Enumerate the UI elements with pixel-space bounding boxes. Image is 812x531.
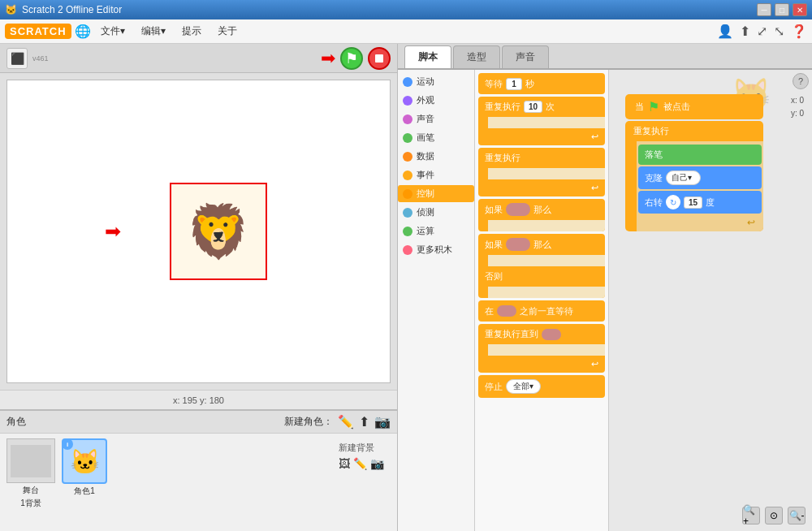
minimize-button[interactable]: ─ <box>757 3 771 16</box>
coords-bar: x: 195 y: 180 <box>0 390 397 409</box>
zoom-in-button[interactable]: 🔍+ <box>742 507 760 525</box>
blocks-palette: 等待 1 秒 重复执行 10 次 ↩ 重复执 <box>475 70 609 531</box>
zoom-out-button[interactable]: 🔍- <box>788 507 806 525</box>
upload-sprite-button[interactable]: ⬆ <box>359 414 369 430</box>
cat-dot-control <box>403 189 412 199</box>
flag-icon: ⚑ <box>345 50 358 67</box>
cat-control[interactable]: 控制 <box>398 185 474 202</box>
block-stop-dropdown[interactable]: 全部▾ <box>506 379 541 394</box>
block-repeat-until-top: 重复执行直到 <box>478 324 605 344</box>
camera-bg-button[interactable]: 📷 <box>370 457 384 470</box>
reset-zoom-button[interactable]: ⊙ <box>765 507 783 525</box>
block-wait-text: 等待 <box>485 78 503 90</box>
cat-looks[interactable]: 外观 <box>398 92 474 109</box>
scratch-logo: SCRATCH <box>5 24 71 39</box>
cat-label-control: 控制 <box>417 188 434 200</box>
when-text: 当 <box>635 101 644 113</box>
menubar: SCRATCH 🌐 文件▾ 编辑▾ 提示 关于 👤 ⬆ ⤢ ⤡ ❓ <box>0 19 812 44</box>
cat-sensing[interactable]: 侦测 <box>398 204 474 221</box>
cat-motion[interactable]: 运动 <box>398 73 474 90</box>
close-button[interactable]: ✕ <box>793 3 807 16</box>
sblock-pen-down[interactable]: 落笔 <box>638 145 762 165</box>
stage-toolbar-right: ➡ ⚑ <box>321 47 391 70</box>
block-if-else-body1 <box>488 255 605 266</box>
block-wait-until[interactable]: 在 之前一直等待 <box>478 300 605 322</box>
cat-label-operators: 运算 <box>417 225 434 237</box>
block-stop[interactable]: 停止 全部▾ <box>478 375 605 398</box>
cat-operators[interactable]: 运算 <box>398 222 474 240</box>
menu-about[interactable]: 关于 <box>211 22 244 41</box>
cat-more[interactable]: 更多积木 <box>398 241 474 258</box>
turn-input[interactable]: 15 <box>684 196 702 209</box>
stage-view-button[interactable]: ⬛ <box>6 48 28 69</box>
upload-icon[interactable]: ⬆ <box>740 24 750 39</box>
maximize-button[interactable]: □ <box>775 3 789 16</box>
titlebar: 🐱 Scratch 2 Offline Editor ─ □ ✕ <box>0 0 812 19</box>
green-flag-button[interactable]: ⚑ <box>340 47 363 70</box>
account-icon[interactable]: 👤 <box>717 24 733 39</box>
sblock-when-flag[interactable]: 当 ⚑ 被点击 <box>625 94 763 119</box>
block-wait[interactable]: 等待 1 秒 <box>478 73 605 94</box>
stage-thumbnail-container: 舞台 1背景 <box>6 438 55 509</box>
menu-file[interactable]: 文件▾ <box>94 22 132 41</box>
globe-icon[interactable]: 🌐 <box>75 24 91 39</box>
expand-icon[interactable]: ⤢ <box>757 24 767 39</box>
tab-costume[interactable]: 造型 <box>453 45 500 68</box>
y-coord: y: 0 <box>791 107 804 120</box>
paint-bg-button[interactable]: 🖼 <box>339 457 350 470</box>
cat-dot-operators <box>403 227 412 236</box>
upload-bg-button[interactable]: ✏️ <box>353 457 367 470</box>
cat-pen[interactable]: 画笔 <box>398 129 474 146</box>
version-label: v461 <box>32 54 49 63</box>
camera-sprite-button[interactable]: 📷 <box>374 414 391 430</box>
cat-dot-sound <box>403 114 412 124</box>
shrink-icon[interactable]: ⤡ <box>774 24 784 39</box>
help-button[interactable]: ? <box>793 73 809 89</box>
cat-data[interactable]: 数据 <box>398 148 474 165</box>
sprites-title: 角色 <box>6 415 26 429</box>
block-repeat10[interactable]: 重复执行 10 次 ↩ <box>478 97 605 145</box>
cat-label-pen: 画笔 <box>417 132 434 144</box>
script-coords: x: 0 y: 0 <box>791 94 804 120</box>
pen-text: 落笔 <box>645 149 663 161</box>
block-wait-input[interactable]: 1 <box>506 78 522 90</box>
sblock-repeat[interactable]: 重复执行 落笔 克隆 自己▾ <box>625 121 763 231</box>
sblock-turn[interactable]: 右转 ↻ 15 度 <box>638 191 762 214</box>
sblock-clone[interactable]: 克隆 自己▾ <box>638 166 762 189</box>
block-repeat10-top: 重复执行 10 次 <box>478 97 605 117</box>
block-forever[interactable]: 重复执行 ↩ <box>478 148 605 196</box>
cat-events[interactable]: 事件 <box>398 166 474 183</box>
clone-text: 克隆 <box>645 172 663 184</box>
block-if[interactable]: 如果 那么 <box>478 199 605 231</box>
stage-area[interactable]: 🦁 ➡ <box>6 80 391 383</box>
cat-dot-pen <box>403 133 412 143</box>
script-area[interactable]: ? 🐱 x: 0 y: 0 当 ⚑ 被点击 <box>609 70 812 531</box>
block-if-else[interactable]: 如果 那么 否则 <box>478 234 605 298</box>
help-icon[interactable]: ❓ <box>791 24 807 39</box>
sprites-header-right: 新建角色： ✏️ ⬆ 📷 <box>284 414 391 430</box>
block-repeat-until[interactable]: 重复执行直到 ↩ <box>478 324 605 373</box>
tab-sound[interactable]: 声音 <box>502 45 549 68</box>
block-if-condition <box>506 203 530 216</box>
stop-button[interactable] <box>368 47 391 70</box>
main-area: ⬛ v461 ➡ ⚑ 🦁 ➡ x: <box>0 44 812 531</box>
cat-sound[interactable]: 声音 <box>398 110 474 127</box>
turn-degree: 度 <box>706 196 715 209</box>
sprite1-thumbnail[interactable]: i 🐱 <box>62 438 107 484</box>
cat-dot-motion <box>403 77 412 87</box>
left-panel: ⬛ v461 ➡ ⚑ 🦁 ➡ x: <box>0 44 398 531</box>
menu-edit[interactable]: 编辑▾ <box>135 22 172 41</box>
paint-sprite-button[interactable]: ✏️ <box>338 414 354 430</box>
x-coord: x: 0 <box>791 94 804 107</box>
stage-arrow: ➡ <box>105 220 121 243</box>
tab-script[interactable]: 脚本 <box>404 45 451 68</box>
clone-dropdown[interactable]: 自己▾ <box>666 171 701 185</box>
categories-panel: 运动 外观 声音 画笔 数据 <box>398 70 475 531</box>
sprite-container: 🦁 <box>170 183 267 280</box>
menu-hints[interactable]: 提示 <box>175 22 208 41</box>
stage-thumbnail[interactable] <box>6 438 55 483</box>
block-repeat10-input[interactable]: 10 <box>524 101 542 113</box>
block-forever-top: 重复执行 <box>478 148 605 168</box>
cat-label-data: 数据 <box>417 150 434 162</box>
block-wait-suffix: 秒 <box>525 78 534 90</box>
